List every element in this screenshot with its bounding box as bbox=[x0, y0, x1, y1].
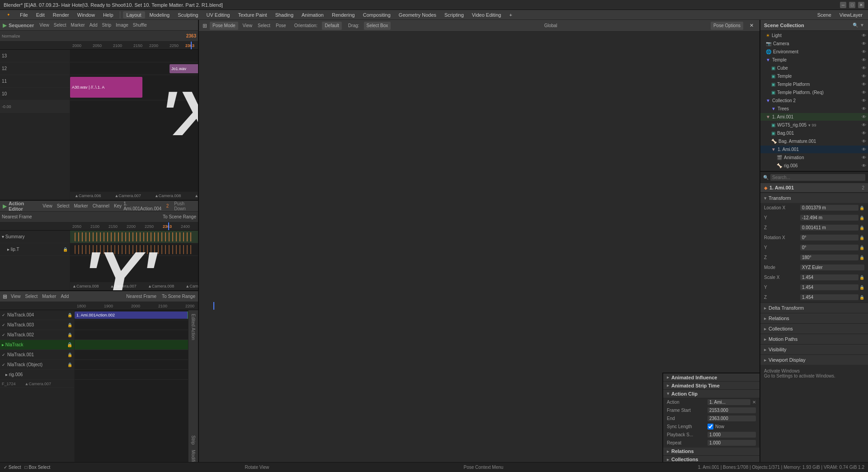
tree-rig006[interactable]: 🦴 rig.006 👁 bbox=[760, 162, 868, 170]
nla-relations-header[interactable]: ▸ Relations bbox=[663, 448, 760, 456]
tree-temple-platform-req[interactable]: ▣ Temple Platform. (Req) 👁 bbox=[760, 89, 868, 97]
sequencer-menu-add[interactable]: Add bbox=[90, 23, 98, 28]
viewport-menu-view[interactable]: View bbox=[243, 23, 253, 28]
orientation-selector[interactable]: Default bbox=[322, 22, 342, 30]
ae-menu-view[interactable]: View bbox=[42, 203, 52, 208]
temple-col-visibility[interactable]: 👁 bbox=[862, 57, 866, 62]
workspace-video-editing[interactable]: Video Editing bbox=[468, 11, 505, 19]
workspace-add[interactable]: + bbox=[505, 11, 515, 19]
scale-x-lock[interactable]: 🔒 bbox=[859, 275, 864, 280]
maximize-button[interactable]: □ bbox=[849, 2, 855, 8]
rot-y-value[interactable]: 0° bbox=[800, 245, 859, 250]
workspace-rendering[interactable]: Rendering bbox=[328, 11, 359, 19]
loc-y-lock[interactable]: 🔒 bbox=[859, 216, 864, 220]
sequencer-menu-view[interactable]: View bbox=[39, 23, 49, 28]
rot-x-lock[interactable]: 🔒 bbox=[859, 236, 864, 240]
sequencer-menu-strip[interactable]: Strip bbox=[102, 23, 111, 28]
status-box-select[interactable]: □ Box Select bbox=[25, 465, 51, 470]
workspace-compositing[interactable]: Compositing bbox=[359, 11, 394, 19]
status-select[interactable]: ✓ Select bbox=[4, 465, 21, 470]
nla-animated-influence-header[interactable]: ▸ Animated Influence bbox=[663, 373, 760, 382]
nla-frame-end[interactable]: 2363.000 bbox=[708, 415, 756, 421]
props-relations-header[interactable]: ▸ Relations bbox=[760, 313, 868, 323]
ae-menu-channel[interactable]: Channel bbox=[93, 203, 109, 208]
tree-trees[interactable]: ▼ Trees 👁 bbox=[760, 105, 868, 113]
nla-repeat-value[interactable]: 1.000 bbox=[708, 440, 756, 446]
workspace-texture-paint[interactable]: Texture Paint bbox=[234, 11, 270, 19]
nla-menu-add[interactable]: Add bbox=[61, 294, 69, 299]
trees-visibility[interactable]: 👁 bbox=[862, 106, 866, 111]
scale-y-value[interactable]: 1.454 bbox=[800, 284, 859, 290]
outliner-search-input[interactable] bbox=[770, 174, 865, 181]
tree-bag-arm[interactable]: 🦴 Bag. Armature.001 👁 bbox=[760, 137, 868, 146]
close-button[interactable]: ✕ bbox=[858, 2, 864, 8]
scene-selector[interactable]: Scene bbox=[814, 11, 835, 19]
tree-temple-platform[interactable]: ▣ Temple Platform 👁 bbox=[760, 80, 868, 89]
minimize-button[interactable]: ─ bbox=[840, 2, 846, 8]
loc-x-value[interactable]: 0.001379 m bbox=[800, 205, 859, 211]
loc-x-lock[interactable]: 🔒 bbox=[859, 206, 864, 210]
nla-action-value[interactable]: 1. Ami... bbox=[708, 399, 750, 405]
drag-selector[interactable]: Select Box bbox=[364, 22, 391, 30]
tree-environment[interactable]: 🌐 Environment 👁 bbox=[760, 48, 868, 56]
scale-y-lock[interactable]: 🔒 bbox=[859, 285, 864, 290]
anim-visibility[interactable]: 👁 bbox=[862, 155, 866, 160]
ami-visibility[interactable]: 👁 bbox=[862, 114, 866, 119]
seq-current-frame[interactable]: 2363 bbox=[186, 33, 196, 38]
rot-x-value[interactable]: 0° bbox=[800, 235, 859, 241]
loc-z-lock[interactable]: 🔒 bbox=[859, 226, 864, 230]
tree-temple-collection[interactable]: ▼ Temple 👁 bbox=[760, 56, 868, 64]
rot-z-lock[interactable]: 🔒 bbox=[859, 255, 864, 260]
viewport-close-btn[interactable]: ✕ bbox=[748, 22, 756, 30]
wgt5-visibility[interactable]: 👁 bbox=[862, 123, 866, 127]
nla-now-btn[interactable]: Now bbox=[715, 424, 724, 429]
tree-camera[interactable]: 📷 Camera 👁 bbox=[760, 40, 868, 48]
scale-z-value[interactable]: 1.454 bbox=[800, 294, 859, 300]
camera-visibility[interactable]: 👁 bbox=[862, 41, 866, 46]
scale-x-value[interactable]: 1.454 bbox=[800, 274, 859, 280]
outliner-search-icon[interactable]: 🔍 bbox=[853, 23, 858, 28]
rig006-visibility[interactable]: 👁 bbox=[862, 163, 866, 168]
nla-strip-002[interactable]: 1. Ami.001Action.002 bbox=[75, 312, 188, 319]
workspace-animation[interactable]: Animation bbox=[298, 11, 327, 19]
sequencer-menu-shuffle[interactable]: Shuffle bbox=[133, 23, 147, 28]
view-layer-selector[interactable]: ViewLayer bbox=[836, 11, 866, 19]
nla-menu-select[interactable]: Select bbox=[25, 294, 38, 299]
sequencer-menu-marker[interactable]: Marker bbox=[71, 23, 85, 28]
sequencer-menu-select[interactable]: Select bbox=[54, 23, 66, 28]
temple-plat-req-visibility[interactable]: 👁 bbox=[862, 90, 866, 95]
bag-arm-visibility[interactable]: 👁 bbox=[862, 139, 866, 144]
tree-cube[interactable]: ▣ Cube 👁 bbox=[760, 64, 868, 72]
bag-visibility[interactable]: 👁 bbox=[862, 131, 866, 136]
ae-menu-marker[interactable]: Marker bbox=[74, 203, 88, 208]
workspace-uv-editing[interactable]: UV Editing bbox=[203, 11, 233, 19]
menu-render[interactable]: Render bbox=[49, 11, 73, 19]
seq-tracks-content[interactable]: Jo1.wav A30.wav | //..\.1. A ▲Camera.006… bbox=[70, 50, 198, 200]
env-visibility[interactable]: 👁 bbox=[862, 49, 866, 54]
light-visibility[interactable]: 👁 bbox=[862, 33, 866, 38]
seq-strip-jo1[interactable]: Jo1.wav bbox=[170, 64, 198, 73]
props-visibility-header[interactable]: ▸ Visibility bbox=[760, 345, 868, 354]
ae-to-scene-range[interactable]: To Scene Range bbox=[163, 214, 196, 219]
ae-nearest-frame[interactable]: Nearest Frame bbox=[2, 214, 32, 219]
nla-to-scene-range[interactable]: To Scene Range bbox=[162, 294, 195, 299]
tree-light[interactable]: ☀ Light 👁 bbox=[760, 32, 868, 40]
sequencer-menu-image[interactable]: Image bbox=[116, 23, 128, 28]
menu-file[interactable]: File bbox=[16, 11, 32, 19]
nla-menu-marker[interactable]: Marker bbox=[42, 294, 56, 299]
outliner-filter-icon[interactable]: ▼ bbox=[860, 23, 864, 28]
viewport-menu-select[interactable]: Select bbox=[258, 23, 270, 28]
workspace-sculpting[interactable]: Sculpting bbox=[174, 11, 202, 19]
blender-menu[interactable]: 🔸 bbox=[2, 11, 15, 19]
seq-strip-a30[interactable]: A30.wav | //..\.1. A bbox=[70, 77, 142, 98]
nla-action-unlink[interactable]: ✕ bbox=[752, 400, 756, 405]
scale-z-lock[interactable]: 🔒 bbox=[859, 295, 864, 300]
props-collections-header[interactable]: ▸ Collections bbox=[760, 324, 868, 334]
viewport-menu-pose[interactable]: Pose bbox=[276, 23, 286, 28]
col2-visibility[interactable]: 👁 bbox=[862, 98, 866, 103]
nla-frame-start[interactable]: 2153.000 bbox=[708, 407, 756, 413]
loc-z-value[interactable]: 0.001411 m bbox=[800, 225, 859, 231]
nla-sync-checkbox[interactable] bbox=[708, 424, 713, 430]
tree-wgt5[interactable]: ▣ WGT5_rig.005 ▾ 99 👁 bbox=[760, 121, 868, 129]
rot-z-value[interactable]: 180° bbox=[800, 255, 859, 260]
